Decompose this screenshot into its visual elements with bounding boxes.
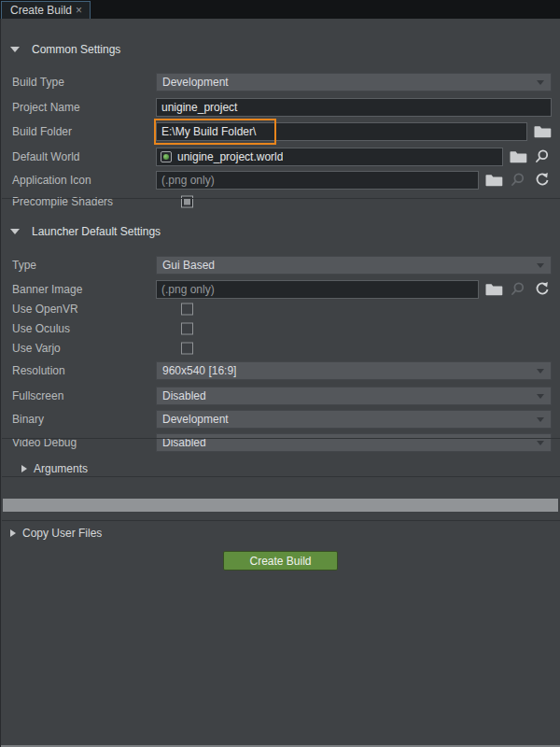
field-label: Resolution	[12, 364, 65, 377]
field-label: Use OpenVR	[12, 303, 78, 316]
separator	[2, 476, 560, 477]
field-label: Type	[12, 259, 36, 272]
application-icon-input[interactable]	[156, 171, 479, 190]
field-label: Banner Image	[12, 283, 82, 296]
type-dropdown[interactable]: Gui Based	[156, 256, 552, 275]
chevron-down-icon	[537, 263, 544, 268]
folder-icon[interactable]	[484, 281, 503, 298]
create-build-button[interactable]: Create Build	[223, 551, 338, 571]
tab-bar: Create Build ×	[0, 0, 560, 19]
field-row-default-world: Default World unigine_project.world	[1, 145, 560, 169]
section-common-settings[interactable]: Common Settings	[1, 41, 560, 58]
field-label: Application Icon	[12, 174, 91, 187]
search-icon[interactable]	[533, 148, 552, 165]
fullscreen-dropdown[interactable]: Disabled	[156, 387, 552, 405]
separator	[2, 198, 560, 199]
default-world-input[interactable]: unigine_project.world	[156, 148, 503, 166]
field-row-video-debug: Video Debug Disabled	[1, 430, 560, 455]
separator	[2, 438, 560, 439]
chevron-right-icon	[10, 529, 16, 537]
field-label: Build Folder	[12, 125, 72, 138]
field-label: Project Name	[12, 101, 80, 114]
dropdown-value: 960x540 [16:9]	[162, 364, 236, 377]
reset-icon[interactable]	[533, 281, 552, 298]
close-icon[interactable]: ×	[76, 5, 82, 16]
section-launcher-default-settings[interactable]: Launcher Default Settings	[1, 223, 560, 240]
search-icon[interactable]	[509, 172, 527, 189]
use-openvr-checkbox[interactable]	[181, 303, 193, 316]
field-label: Default World	[12, 150, 79, 163]
field-label: Fullscreen	[12, 389, 63, 402]
banner-image-input[interactable]	[156, 280, 479, 299]
section-delete-unused-assets[interactable]: Delete Unused Assets	[1, 497, 560, 514]
field-row-precompile-shaders: Precompile Shaders	[1, 192, 560, 211]
chevron-right-icon	[21, 465, 27, 472]
field-label: Binary	[12, 413, 44, 426]
search-icon[interactable]	[509, 281, 527, 298]
dropdown-value: Disabled	[162, 389, 206, 402]
chevron-down-icon	[537, 80, 544, 85]
chevron-down-icon	[537, 441, 544, 445]
chevron-down-icon	[537, 417, 544, 422]
field-row-fullscreen: Fullscreen Disabled	[1, 384, 560, 408]
section-title: Arguments	[34, 462, 88, 475]
world-file-icon	[161, 151, 172, 162]
field-row-resolution: Resolution 960x540 [16:9]	[1, 359, 560, 383]
default-world-value: unigine_project.world	[177, 150, 283, 163]
create-build-panel: Create Build × Common Settings Build Typ…	[0, 0, 560, 747]
section-title: Launcher Default Settings	[32, 225, 161, 238]
tab-create-build[interactable]: Create Build ×	[1, 1, 91, 19]
chevron-down-icon	[537, 369, 544, 374]
field-row-application-icon: Application Icon	[1, 168, 560, 192]
video-debug-dropdown[interactable]: Disabled	[156, 433, 552, 452]
section-copy-user-files[interactable]: Copy User Files	[1, 525, 560, 542]
chevron-down-icon	[10, 229, 20, 234]
use-oculus-checkbox[interactable]	[181, 323, 193, 335]
field-row-build-folder: Build Folder	[1, 120, 560, 144]
chevron-down-icon	[537, 394, 544, 399]
field-label: Use Varjo	[12, 342, 61, 355]
field-row-project-name: Project Name	[1, 95, 560, 120]
tab-title: Create Build	[10, 4, 72, 17]
section-title: Copy User Files	[22, 527, 102, 540]
dropdown-value: Development	[162, 413, 229, 426]
reset-icon[interactable]	[533, 172, 552, 189]
resolution-dropdown[interactable]: 960x540 [16:9]	[156, 361, 552, 380]
build-type-dropdown[interactable]: Development	[156, 73, 552, 92]
field-row-use-openvr: Use OpenVR	[1, 300, 560, 318]
field-row-binary: Binary Development	[1, 407, 560, 431]
field-label: Use Oculus	[12, 322, 70, 335]
create-build-button-label: Create Build	[249, 555, 311, 568]
folder-icon[interactable]	[484, 172, 503, 189]
section-title: Common Settings	[32, 43, 120, 56]
field-label: Build Type	[12, 76, 64, 89]
folder-icon[interactable]	[533, 123, 552, 140]
dropdown-value: Gui Based	[162, 259, 215, 272]
delete-unused-assets-checkbox[interactable]	[22, 500, 35, 512]
chevron-down-icon	[10, 47, 20, 52]
field-row-use-oculus: Use Oculus	[1, 319, 560, 338]
project-name-input[interactable]	[156, 98, 552, 117]
separator	[2, 520, 560, 521]
field-row-build-type: Build Type Development	[1, 70, 560, 94]
build-folder-input[interactable]	[156, 122, 527, 141]
dropdown-value: Development	[162, 76, 229, 89]
field-row-type: Type Gui Based	[1, 253, 560, 277]
field-row-banner-image: Banner Image	[1, 277, 560, 302]
binary-dropdown[interactable]: Development	[156, 410, 552, 429]
use-varjo-checkbox[interactable]	[181, 343, 193, 355]
section-arguments[interactable]: Arguments	[1, 460, 560, 477]
field-row-use-varjo: Use Varjo	[1, 339, 560, 358]
folder-icon[interactable]	[509, 148, 527, 165]
settings-panel: Common Settings Build Type Development P…	[0, 19, 560, 747]
